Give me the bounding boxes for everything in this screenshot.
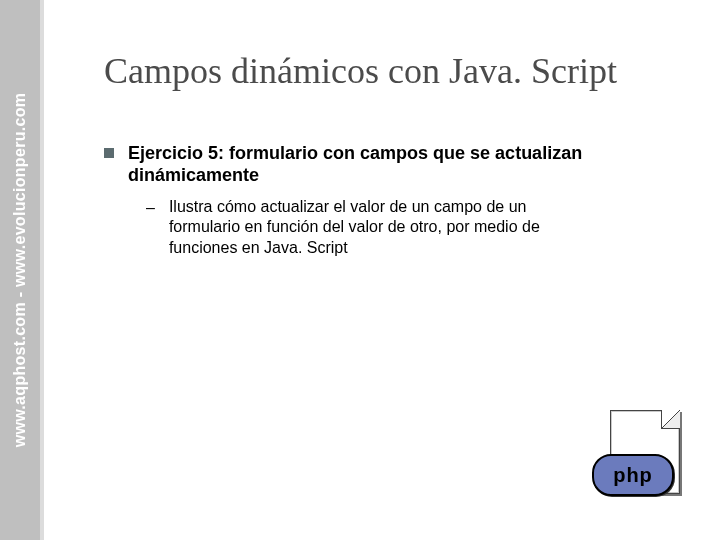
- php-badge: php: [592, 454, 674, 496]
- bullet-level2: – Ilustra cómo actualizar el valor de un…: [146, 197, 676, 259]
- dash-bullet-icon: –: [146, 198, 155, 219]
- sidebar-brand-strip: www.aqphost.com - www.evolucionperu.com: [0, 0, 44, 540]
- sidebar-urls: www.aqphost.com - www.evolucionperu.com: [11, 93, 29, 448]
- bullet2-text: Ilustra cómo actualizar el valor de un c…: [169, 197, 599, 259]
- document-fold-icon: [661, 410, 680, 429]
- bullet1-text: Ejercicio 5: formulario con campos que s…: [128, 142, 618, 187]
- php-file-icon: php: [592, 410, 680, 502]
- php-badge-label: php: [613, 464, 653, 487]
- square-bullet-icon: [104, 148, 114, 158]
- slide-title: Campos dinámicos con Java. Script: [104, 52, 676, 92]
- bullet-level1: Ejercicio 5: formulario con campos que s…: [104, 142, 676, 187]
